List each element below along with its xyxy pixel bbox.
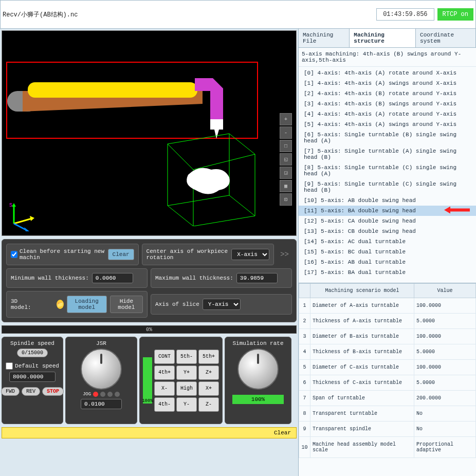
key-y+[interactable]: Y+ <box>176 365 197 380</box>
table-row[interactable]: 3Diameter of B-axis turntable100.0000 <box>299 329 476 344</box>
max-wall-input[interactable] <box>236 273 278 283</box>
view-front-icon[interactable]: ◱ <box>280 153 292 166</box>
structure-description: 5-axis machining: 4th-axis (B) swings ar… <box>299 48 476 67</box>
tab-coordinate-system[interactable]: Coordinate system <box>416 29 476 47</box>
struct-item-15[interactable]: [15] 5-axis: BC dual turntable <box>299 247 476 257</box>
struct-item-13[interactable]: [13] 5-axis: CB double swing head <box>299 226 476 236</box>
struct-item-17[interactable]: [17] 5-axis: BA dual turntable <box>299 267 476 278</box>
struct-item-9[interactable]: [9] 5-axis: Single turntable (C) single … <box>299 179 476 195</box>
param-name: Span of turntable <box>310 391 414 406</box>
struct-item-1[interactable]: [1] 4-axis: 4th-axis (A) swings around X… <box>299 78 476 88</box>
param-index: 6 <box>299 375 310 391</box>
struct-item-7[interactable]: [7] 5-axis: Single turntable (A) single … <box>299 146 476 162</box>
table-row[interactable]: 7Span of turntable200.0000 <box>299 391 476 406</box>
table-row[interactable]: 2Thickness of A-axis turntable5.0000 <box>299 314 476 329</box>
tab-machining-file[interactable]: Machining File <box>299 29 350 47</box>
table-row[interactable]: 10Machine head assembly model scalePropo… <box>299 437 476 458</box>
center-axis-label: Center axis of workpiece rotation <box>147 248 229 261</box>
table-row[interactable]: 4Thickness of B-axis turntable5.0000 <box>299 344 476 360</box>
slice-axis-select[interactable]: Y-axis <box>203 299 241 310</box>
key-x-[interactable]: X- <box>154 381 175 396</box>
view-iso-icon[interactable]: ⊡ <box>280 193 292 206</box>
struct-item-10[interactable]: [10] 5-axis: AB double swing head <box>299 195 476 206</box>
loading-model-button[interactable]: Loading model <box>67 296 107 313</box>
param-value: No <box>414 422 476 437</box>
spindle-value: 0/15000 <box>17 349 48 357</box>
struct-item-6[interactable]: [6] 5-axis: Single turntable (B) single … <box>299 130 476 146</box>
zoom-in-icon[interactable]: + <box>280 113 292 125</box>
param-index: 5 <box>299 360 310 375</box>
jog-value-input[interactable] <box>81 399 122 409</box>
view-fit-icon[interactable]: □ <box>280 140 292 152</box>
table-row[interactable]: 5Diameter of C-axis turntable100.0000 <box>299 360 476 375</box>
struct-item-14[interactable]: [14] 5-axis: AC dual turntable <box>299 236 476 247</box>
key-z-[interactable]: Z- <box>198 397 219 412</box>
hide-model-button[interactable]: Hide model <box>110 296 143 313</box>
struct-item-16[interactable]: [16] 5-axis: AB dual turntable <box>299 257 476 267</box>
stop-button[interactable]: STOP <box>42 387 64 396</box>
key-4th-[interactable]: 4th- <box>154 397 175 412</box>
svg-line-9 <box>14 224 27 230</box>
default-speed-checkbox[interactable] <box>6 362 13 370</box>
struct-item-12[interactable]: [12] 5-axis: CA double swing head <box>299 216 476 226</box>
key-4th+[interactable]: 4th+ <box>154 365 175 380</box>
3d-viewport[interactable]: S + - □ ◱ ◲ ▦ ⊡ <box>2 30 297 236</box>
table-row[interactable]: 8Transparent turntableNo <box>299 406 476 422</box>
table-row[interactable]: 6Thickness of C-axis turntable5.0000 <box>299 375 476 391</box>
struct-item-3[interactable]: [3] 4-axis: 4th-axis (B) swings around Y… <box>299 99 476 109</box>
progress-text: 0% <box>146 327 152 333</box>
struct-item-4[interactable]: [4] 4-axis: 4th-axis (A) rotate around Y… <box>299 109 476 119</box>
file-path: Recv/小狮子(AB结构).nc <box>3 10 78 19</box>
simulation-panel: Simulation rate 100% <box>225 337 291 424</box>
tab-machining-structure[interactable]: Machining structure <box>350 29 416 47</box>
key-5th+[interactable]: 5th+ <box>198 350 219 364</box>
min-wall-input[interactable] <box>92 273 133 283</box>
param-name: Thickness of C-axis turntable <box>310 375 414 391</box>
table-row[interactable]: 9Transparent spindleNo <box>299 422 476 437</box>
options-panel: Clean before starting new machin Clear C… <box>2 239 297 322</box>
struct-item-0[interactable]: [0] 4-axis: 4th-axis (A) rotate around X… <box>299 68 476 78</box>
collapse-icon[interactable]: >> <box>277 247 292 262</box>
param-value: 100.0000 <box>414 360 476 375</box>
zoom-out-icon[interactable]: - <box>280 126 292 139</box>
struct-item-2[interactable]: [2] 4-axis: 4th-axis (B) rotate around Y… <box>299 88 476 99</box>
key-x+[interactable]: X+ <box>198 381 219 396</box>
fwd-button[interactable]: FWD <box>1 387 20 396</box>
col-model: Machining scenario model <box>310 284 414 298</box>
key-5th-[interactable]: 5th- <box>176 350 197 364</box>
param-index: 1 <box>299 298 310 314</box>
keypad-panel: 100% CONT5th-5th+4th+Y+Z+X-HighX+4th-Y-Z… <box>139 337 223 424</box>
default-speed-input[interactable] <box>9 372 56 382</box>
sim-dial[interactable] <box>237 349 279 390</box>
key-z+[interactable]: Z+ <box>198 365 219 380</box>
table-row[interactable]: 1Diameter of A-axis turntable100.0000 <box>299 298 476 314</box>
param-index: 2 <box>299 314 310 329</box>
svg-marker-6 <box>12 203 16 207</box>
param-index: 8 <box>299 406 310 422</box>
clear-button[interactable]: Clear <box>108 249 134 260</box>
jsr-dial[interactable] <box>81 349 122 390</box>
key-high[interactable]: High <box>176 381 197 396</box>
param-value: 100.0000 <box>414 298 476 314</box>
jsr-green-bar: 100% <box>143 357 152 404</box>
svg-line-7 <box>14 218 32 224</box>
rev-button[interactable]: REV <box>22 387 40 396</box>
struct-item-11[interactable]: [11] 5-axis: BA double swing head <box>299 206 476 216</box>
jog-keypad: CONT5th-5th+4th+Y+Z+X-HighX+4th-Y-Z- <box>154 350 219 412</box>
sim-rate-bar: 100% <box>232 395 284 404</box>
key-cont[interactable]: CONT <box>154 350 175 364</box>
center-axis-select[interactable]: X-axis <box>231 249 269 260</box>
param-name: Diameter of A-axis turntable <box>310 298 414 314</box>
clean-checkbox[interactable] <box>11 251 17 258</box>
folder-icon[interactable]: 📁 <box>57 300 64 309</box>
view-grid-icon[interactable]: ▦ <box>280 180 292 192</box>
view-side-icon[interactable]: ◲ <box>280 167 292 179</box>
key-y-[interactable]: Y- <box>176 397 197 412</box>
clear-bar[interactable]: Clear <box>2 427 297 438</box>
param-value: No <box>414 406 476 422</box>
rtcp-button[interactable]: RTCP on <box>437 8 473 21</box>
axis-gizmo: S <box>6 200 37 231</box>
param-name: Thickness of B-axis turntable <box>310 344 414 360</box>
struct-item-8[interactable]: [8] 5-axis: Single turntable (C) single … <box>299 162 476 179</box>
struct-item-5[interactable]: [5] 4-axis: 4th-axis (A) swings around Y… <box>299 119 476 130</box>
